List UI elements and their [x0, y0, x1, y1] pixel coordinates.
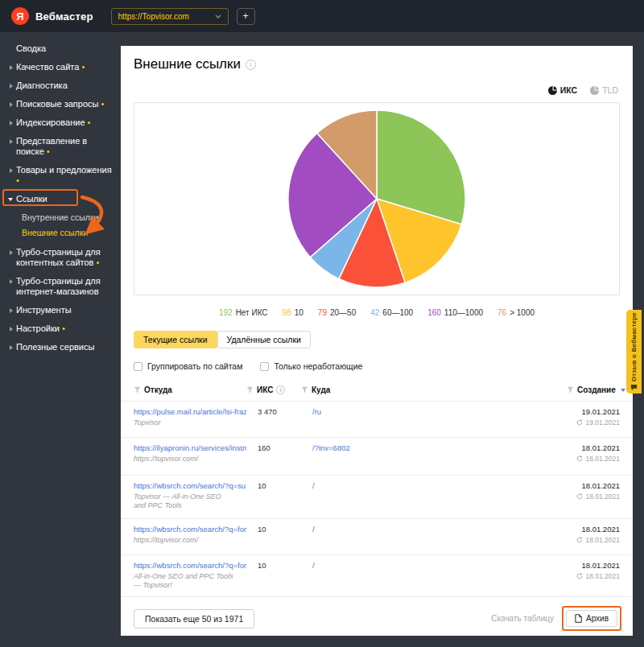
legend-item: 160110—1000 — [427, 308, 483, 317]
add-site-button[interactable]: + — [237, 8, 255, 25]
sidebar-item-instrumenty[interactable]: Инструменты — [0, 301, 121, 319]
chevron-right-icon — [10, 308, 13, 313]
sidebar-item-ssylki[interactable]: Ссылки — [0, 190, 121, 208]
target-link[interactable]: /ru — [301, 407, 567, 437]
chevron-right-icon — [10, 279, 13, 284]
chevron-right-icon — [10, 139, 13, 144]
legend-item: 192Нет ИКС — [219, 308, 268, 317]
column-kuda: Куда — [301, 385, 567, 394]
page-title: Внешние ссылки i — [134, 56, 256, 72]
toggle-tld[interactable]: TLD — [590, 85, 618, 95]
sidebar-item-diagnostika[interactable]: Диагностика — [0, 76, 121, 95]
source-note: Topvisor — All-in-One SEO and PPC Tools — [134, 492, 246, 510]
filter-icon[interactable] — [246, 386, 254, 394]
chevron-right-icon — [10, 84, 13, 89]
legend-value: 42 — [370, 308, 379, 317]
legend-item: 4260—100 — [370, 308, 413, 317]
iks-value: 10 — [246, 481, 301, 518]
column-sozdanie[interactable]: Создание — [567, 385, 625, 394]
iks-value: 10 — [246, 561, 301, 596]
site-selector-dropdown[interactable]: https://Topvisor.com — [111, 8, 229, 25]
refresh-icon — [576, 419, 583, 426]
source-link[interactable]: https://wbsrch.com/search/?q=forsaleby… — [134, 525, 246, 534]
tab-removed-links[interactable]: Удалённые ссылки — [217, 331, 311, 348]
pie-chart[interactable] — [286, 108, 468, 290]
yandex-logo-icon[interactable]: Я — [11, 7, 29, 25]
legend-label: Нет ИКС — [236, 308, 268, 317]
sidebar-item-predstavlenie[interactable]: Представление в поиске — [0, 132, 121, 161]
sidebar-subitem-vneshnie[interactable]: Внешние ссылки — [22, 225, 121, 240]
annotation-highlight-box: Архив — [562, 606, 621, 631]
toggle-iks[interactable]: ИКС — [548, 85, 577, 95]
tab-current-links[interactable]: Текущие ссылки — [134, 331, 217, 348]
target-link[interactable]: / — [301, 481, 567, 518]
chevron-down-icon — [215, 14, 221, 19]
source-link[interactable]: https://wbsrch.com/search/?q=supporte — [134, 481, 246, 490]
source-note: All-in-One SEO and PPC Tools — Topvisor! — [134, 572, 246, 590]
source-link[interactable]: https://pulse.mail.ru/article/lsi-frazy-… — [134, 407, 246, 416]
feedback-tab[interactable]: Отзыв о Вебмастере — [626, 310, 642, 394]
download-table-link[interactable]: Скачать таблицу — [491, 614, 554, 623]
archive-button[interactable]: Архив — [566, 610, 617, 627]
source-link[interactable]: https://ilyapronin.ru/services/instrumen… — [134, 443, 246, 452]
created-date: 18.01.2021 — [567, 481, 620, 490]
sidebar-item-indeksirovanie[interactable]: Индексирование — [0, 113, 121, 132]
legend-value: 76 — [497, 308, 506, 317]
filter-checkboxes: Группировать по сайтам Только неработающ… — [134, 361, 362, 371]
sidebar-item-tovary[interactable]: Товары и предложения — [0, 161, 121, 190]
table-row: https://wbsrch.com/search/?q=forsaleby… … — [121, 519, 633, 555]
column-otkuda: Откуда — [134, 385, 246, 394]
show-more-button[interactable]: Показать еще 50 из 1971 — [134, 609, 254, 628]
target-link[interactable]: / — [301, 561, 567, 596]
chevron-right-icon — [10, 168, 13, 173]
main-panel: Внешние ссылки i ИКС TLD 192Нет ИКС98107… — [121, 46, 633, 636]
target-link[interactable]: /?inv=6802 — [301, 443, 567, 475]
pie-icon — [590, 86, 599, 95]
table-header: Откуда ИКС i Куда Создание — [121, 385, 633, 402]
sort-desc-icon — [621, 389, 625, 392]
legend-item: 76> 1000 — [497, 308, 535, 317]
created-date: 18.01.2021 — [567, 443, 620, 452]
recheck-date: 18.01.2021 — [567, 492, 620, 501]
sidebar-item-turbo-shop[interactable]: Турбо-страницы для интернет-магазинов — [0, 272, 121, 301]
checkbox-group-by-site[interactable]: Группировать по сайтам — [134, 361, 242, 371]
sidebar-item-svodka[interactable]: Сводка — [0, 39, 121, 58]
legend-value: 160 — [427, 308, 441, 317]
recheck-date: 18.01.2021 — [567, 455, 620, 463]
source-link[interactable]: https://wbsrch.com/search/?q=forsaleby… — [134, 561, 246, 570]
pie-icon — [548, 86, 557, 95]
refresh-icon — [576, 493, 583, 500]
chevron-right-icon — [10, 102, 13, 107]
target-link[interactable]: / — [301, 525, 567, 554]
sidebar-item-servisy[interactable]: Полезные сервисы — [0, 338, 121, 356]
footer-actions: Скачать таблицу Архив — [491, 606, 621, 631]
links-submenu: Внутренние ссылки Внешние ссылки — [0, 208, 121, 243]
sidebar-item-zaprosy[interactable]: Поисковые запросы — [0, 95, 121, 113]
info-icon[interactable]: i — [276, 385, 285, 394]
sidebar-item-kachestvo[interactable]: Качество сайта — [0, 58, 121, 76]
checkbox-only-broken[interactable]: Только неработающие — [260, 361, 362, 371]
sidebar-subitem-vnutrennie[interactable]: Внутренние ссылки — [22, 209, 121, 225]
filter-icon[interactable] — [567, 386, 574, 394]
created-date: 19.01.2021 — [567, 407, 620, 416]
legend-label: 110—1000 — [444, 308, 483, 317]
sidebar-item-nastroyki[interactable]: Настройки — [0, 319, 121, 338]
column-iks: ИКС i — [246, 385, 301, 394]
checkbox-icon[interactable] — [134, 362, 142, 371]
filter-icon[interactable] — [134, 386, 141, 394]
table-row: https://pulse.mail.ru/article/lsi-frazy-… — [121, 402, 633, 438]
filter-icon[interactable] — [301, 386, 308, 394]
legend-item: 7920—50 — [318, 308, 356, 317]
sidebar-item-turbo-content[interactable]: Турбо-страницы для контентных сайтов — [0, 243, 121, 272]
checkbox-icon[interactable] — [260, 362, 269, 371]
table-row: https://wbsrch.com/search/?q=forsaleby… … — [121, 555, 633, 597]
top-header: Я Вебмастер https://Topvisor.com + — [0, 0, 644, 32]
info-icon[interactable]: i — [246, 60, 256, 70]
site-selector-value: https://Topvisor.com — [118, 12, 189, 21]
created-date: 18.01.2021 — [567, 525, 620, 534]
refresh-icon — [576, 455, 583, 462]
chevron-right-icon — [10, 250, 13, 255]
source-note: https://topvisor.com/ — [134, 455, 246, 464]
chevron-down-icon — [8, 198, 13, 201]
recheck-date: 18.01.2021 — [567, 536, 620, 544]
